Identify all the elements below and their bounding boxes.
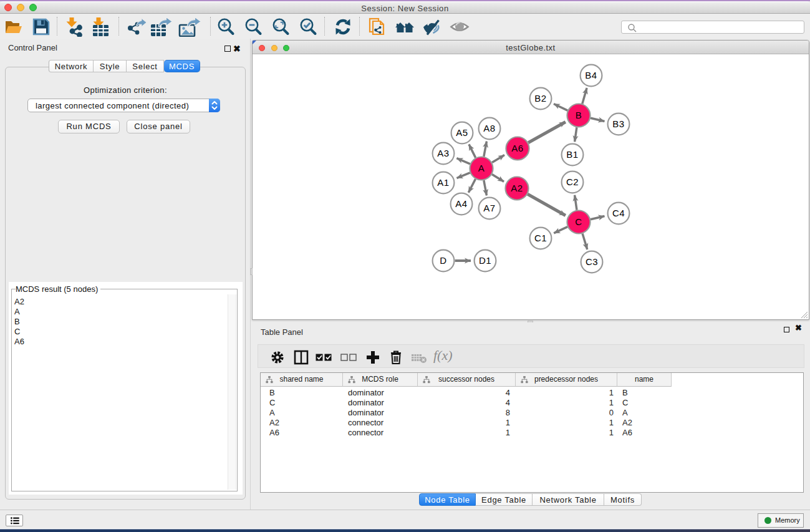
svg-text:A7: A7	[483, 203, 495, 213]
svg-text:A2: A2	[511, 183, 523, 193]
svg-text:B2: B2	[534, 93, 546, 104]
svg-text:A6: A6	[511, 143, 523, 153]
svg-text:A: A	[478, 163, 485, 173]
svg-text:C4: C4	[612, 208, 625, 218]
svg-text:C3: C3	[586, 256, 598, 267]
svg-text:A8: A8	[483, 123, 495, 133]
svg-text:B3: B3	[612, 118, 624, 129]
svg-text:B: B	[576, 110, 582, 120]
svg-text:A1: A1	[437, 177, 449, 188]
svg-text:D1: D1	[479, 255, 491, 266]
svg-text:C1: C1	[534, 233, 547, 243]
svg-text:C: C	[575, 216, 582, 227]
svg-text:B1: B1	[566, 149, 578, 160]
svg-text:A5: A5	[456, 127, 468, 138]
svg-text:A3: A3	[437, 148, 449, 158]
svg-text:A4: A4	[455, 198, 467, 209]
svg-text:B4: B4	[585, 70, 597, 80]
svg-text:C2: C2	[566, 177, 579, 187]
svg-text:D: D	[440, 255, 446, 266]
